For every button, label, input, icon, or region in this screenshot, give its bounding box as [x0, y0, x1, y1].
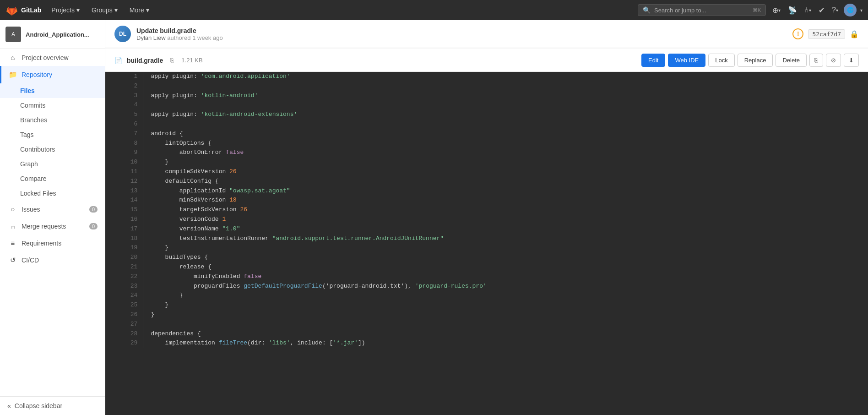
sidebar-item-merge-requests[interactable]: ⑃ Merge requests 0 — [0, 218, 105, 235]
line-content: minSdkVersion 18 — [143, 196, 868, 205]
code-table: 1apply plugin: 'com.android.application'… — [105, 72, 868, 348]
user-avatar[interactable]: 🌐 — [844, 4, 857, 16]
code-viewer[interactable]: 1apply plugin: 'com.android.application'… — [105, 72, 868, 415]
main-layout: A Android_Application... ⌂ Project overv… — [0, 20, 868, 415]
commit-hash[interactable]: 52caf7d7 — [808, 29, 845, 39]
delete-button[interactable]: Delete — [776, 54, 807, 67]
line-content: versionName "1.0" — [143, 224, 868, 234]
sidebar-subitem-branches[interactable]: Branches — [0, 113, 105, 127]
sidebar-subitem-contributors[interactable]: Contributors — [0, 142, 105, 157]
sidebar-subitem-files[interactable]: Files — [0, 83, 105, 98]
line-content: lintOptions { — [143, 139, 868, 148]
edit-button[interactable]: Edit — [641, 54, 665, 67]
table-row: 9 abortOnError false — [105, 148, 868, 158]
commit-header: DL Update build.gradle Dylan Liew author… — [105, 20, 868, 48]
help-icon-btn[interactable]: ? ▾ — [830, 4, 840, 16]
nav-groups[interactable]: Groups ▾ — [88, 5, 121, 16]
sidebar-subitem-commits[interactable]: Commits — [0, 98, 105, 113]
chevron-down-icon: ▾ — [860, 8, 863, 13]
search-bar[interactable]: 🔍 Search or jump to... ⌘K — [638, 4, 766, 16]
line-content: } — [143, 291, 868, 300]
search-shortcut: ⌘K — [753, 7, 761, 13]
blame-button[interactable]: ⊘ — [826, 54, 841, 67]
sidebar-subitem-compare[interactable]: Compare — [0, 171, 105, 186]
copy-content-button[interactable]: ⎘ — [809, 54, 823, 67]
line-number: 15 — [105, 205, 143, 215]
nav-projects[interactable]: Projects ▾ — [48, 5, 83, 16]
file-name: build.gradle — [127, 57, 163, 64]
table-row: 18 testInstrumentationRunner "android.su… — [105, 234, 868, 244]
sidebar-item-issues[interactable]: ○ Issues 0 — [0, 201, 105, 218]
search-placeholder: Search or jump to... — [654, 7, 706, 14]
line-number: 3 — [105, 91, 143, 101]
sidebar-item-project-overview[interactable]: ⌂ Project overview — [0, 49, 105, 66]
line-number: 12 — [105, 177, 143, 186]
sidebar-item-cicd[interactable]: ↺ CI/CD — [0, 251, 105, 269]
line-content: compileSdkVersion 26 — [143, 167, 868, 177]
line-number: 20 — [105, 253, 143, 262]
todo-icon-btn[interactable]: ✔ — [817, 4, 826, 16]
line-content: } — [143, 243, 868, 253]
line-number: 25 — [105, 300, 143, 310]
sidebar-subitem-graph[interactable]: Graph — [0, 157, 105, 171]
table-row: 13 applicationId "owasp.sat.agoat" — [105, 186, 868, 196]
line-number: 2 — [105, 82, 143, 91]
line-content: } — [143, 300, 868, 310]
nav-more[interactable]: More ▾ — [126, 5, 153, 16]
lock-button[interactable]: Lock — [708, 54, 734, 67]
line-content: proguardFiles getDefaultProguardFile('pr… — [143, 282, 868, 291]
line-content: implementation fileTree(dir: 'libs', inc… — [143, 339, 868, 348]
line-number: 6 — [105, 120, 143, 129]
chevron-down-icon: ▾ — [836, 8, 838, 13]
merge-request-icon-btn[interactable]: ⑃ ▾ — [803, 4, 813, 16]
help-icon: ? — [832, 6, 836, 14]
line-content — [143, 120, 868, 129]
issues-icon: ○ — [9, 205, 17, 213]
line-number: 13 — [105, 186, 143, 196]
download-button[interactable]: ⬇ — [844, 54, 859, 67]
table-row: 12 defaultConfig { — [105, 177, 868, 186]
sidebar-item-label: Requirements — [22, 240, 61, 247]
chevron-down-icon: ▾ — [114, 6, 118, 14]
table-row: 29 implementation fileTree(dir: 'libs', … — [105, 339, 868, 348]
sidebar-item-repository[interactable]: 📁 Repository — [0, 66, 105, 83]
table-row: 20 buildTypes { — [105, 253, 868, 262]
copy-path-button[interactable]: ⎘ — [168, 56, 177, 65]
line-content: minifyEnabled false — [143, 272, 868, 282]
sidebar-subitem-label: Commits — [20, 102, 45, 109]
commit-meta: Dylan Liew authored 1 week ago — [136, 34, 787, 41]
file-icon: 📄 — [114, 57, 122, 64]
collapse-sidebar-button[interactable]: « Collapse sidebar — [0, 396, 105, 415]
table-row: 3apply plugin: 'kotlin-android' — [105, 91, 868, 101]
line-number: 29 — [105, 339, 143, 348]
table-row: 17 versionName "1.0" — [105, 224, 868, 234]
sidebar-project-header[interactable]: A Android_Application... — [0, 20, 105, 49]
table-row: 26} — [105, 310, 868, 320]
table-row: 23 proguardFiles getDefaultProguardFile(… — [105, 282, 868, 291]
commit-lock-icon: 🔒 — [850, 30, 859, 38]
commit-info: Update build.gradle Dylan Liew authored … — [136, 27, 787, 41]
table-row: 6 — [105, 120, 868, 129]
merge-request-icon: ⑃ — [804, 6, 809, 14]
replace-button[interactable]: Replace — [738, 54, 773, 67]
sidebar-item-requirements[interactable]: ≡ Requirements — [0, 235, 105, 251]
project-avatar: A — [5, 27, 21, 42]
commit-actions: ! 52caf7d7 🔒 — [792, 28, 859, 39]
line-number: 28 — [105, 329, 143, 339]
line-number: 9 — [105, 148, 143, 158]
new-item-button[interactable]: ⊕ ▾ — [770, 4, 782, 16]
project-name: Android_Application... — [26, 31, 89, 38]
sidebar-subitem-tags[interactable]: Tags — [0, 127, 105, 142]
cicd-icon: ↺ — [9, 256, 17, 264]
gitlab-logo[interactable]: GitLab — [5, 4, 41, 16]
chevron-down-icon: ▾ — [146, 6, 149, 14]
broadcast-icon-btn[interactable]: 📡 — [786, 4, 799, 16]
line-content: android { — [143, 129, 868, 139]
line-content: } — [143, 310, 868, 320]
line-content: defaultConfig { — [143, 177, 868, 186]
sidebar-subitem-locked-files[interactable]: Locked Files — [0, 186, 105, 201]
table-row: 8 lintOptions { — [105, 139, 868, 148]
web-ide-button[interactable]: Web IDE — [668, 54, 705, 67]
line-content: } — [143, 158, 868, 167]
line-content: testInstrumentationRunner "android.suppo… — [143, 234, 868, 244]
